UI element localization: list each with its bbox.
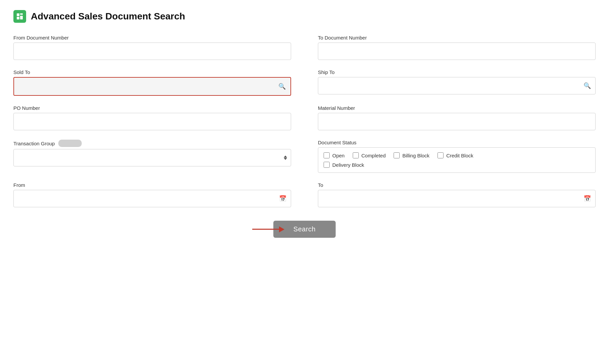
page-title: Advanced Sales Document Search [31,11,185,22]
sold-to-input-wrapper: 🔍 [13,77,291,96]
from-document-number-input[interactable] [13,43,291,60]
status-billing-block-label: Billing Block [402,153,429,158]
status-open-label: Open [332,153,345,158]
status-completed-checkbox[interactable] [353,152,359,158]
search-form: From Document Number To Document Number … [13,35,596,207]
to-date-field: To 📅 [318,182,596,207]
transaction-group-label: Transaction Group [13,141,55,146]
red-arrow-pointer [252,226,284,232]
status-billing-block-checkbox[interactable] [394,152,400,158]
ship-to-label: Ship To [318,69,596,75]
svg-rect-3 [20,16,23,19]
from-date-input[interactable] [13,190,291,207]
po-number-label: PO Number [13,105,291,111]
status-credit-block-item[interactable]: Credit Block [437,152,473,158]
page-header: Advanced Sales Document Search [13,10,596,23]
transaction-group-badge [58,140,82,147]
sold-to-label: Sold To [13,69,291,75]
document-status-label: Document Status [318,140,596,145]
to-date-input[interactable] [318,190,596,207]
sold-to-input[interactable] [14,78,290,95]
ship-to-input-wrapper: 🔍 [318,77,596,94]
ship-to-field: Ship To 🔍 [318,69,596,96]
sold-to-field: Sold To 🔍 [13,69,291,96]
material-number-label: Material Number [318,105,596,111]
transaction-group-select-wrapper [13,149,291,166]
transaction-group-select[interactable] [13,149,291,166]
document-status-box: Open Completed Billing Block Credit Bloc… [318,147,596,173]
status-checkboxes-row2: Delivery Block [324,162,364,168]
app-icon-svg [16,12,24,20]
from-date-label: From [13,182,291,188]
to-date-label: To [318,182,596,188]
to-document-number-label: To Document Number [318,35,596,41]
po-number-input[interactable] [13,113,291,130]
status-delivery-block-item[interactable]: Delivery Block [324,162,364,168]
arrow-line [252,229,279,230]
status-delivery-block-label: Delivery Block [332,162,364,168]
from-document-number-field: From Document Number [13,35,291,60]
arrow-head [279,226,284,232]
status-open-checkbox[interactable] [324,152,330,158]
po-number-field: PO Number [13,105,291,130]
from-document-number-label: From Document Number [13,35,291,41]
status-open-item[interactable]: Open [324,152,345,158]
to-document-number-field: To Document Number [318,35,596,60]
svg-rect-1 [20,13,23,15]
svg-rect-0 [17,13,19,16]
search-button-area: Search [13,221,596,238]
status-credit-block-label: Credit Block [446,153,473,158]
status-credit-block-checkbox[interactable] [437,152,444,158]
transaction-group-label-area: Transaction Group [13,140,291,147]
status-delivery-block-checkbox[interactable] [324,162,330,168]
to-document-number-input[interactable] [318,43,596,60]
svg-rect-2 [17,17,19,19]
from-date-field: From 📅 [13,182,291,207]
status-checkboxes-row1: Open Completed Billing Block Credit Bloc… [324,152,590,158]
document-status-field: Document Status Open Completed Billing B… [318,140,596,173]
from-date-input-wrapper: 📅 [13,190,291,207]
transaction-group-field: Transaction Group [13,140,291,173]
app-icon [13,10,26,23]
status-completed-label: Completed [361,153,386,158]
material-number-input[interactable] [318,113,596,130]
material-number-field: Material Number [318,105,596,130]
status-billing-block-item[interactable]: Billing Block [394,152,429,158]
status-completed-item[interactable]: Completed [353,152,386,158]
ship-to-input[interactable] [318,77,596,94]
to-date-input-wrapper: 📅 [318,190,596,207]
